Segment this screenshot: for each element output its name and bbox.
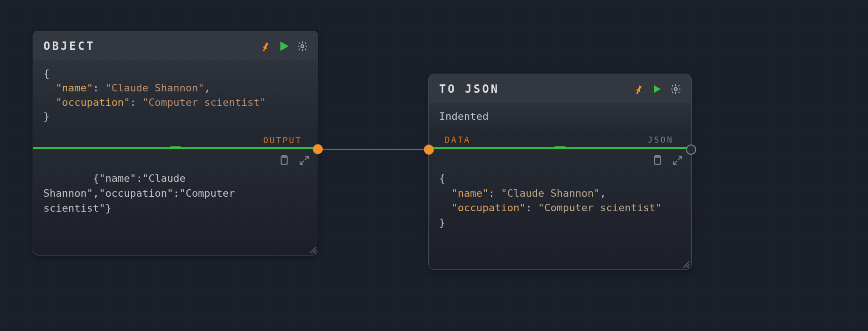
pin-icon[interactable] (632, 83, 644, 95)
svg-point-4 (674, 88, 677, 90)
expand-icon[interactable] (298, 154, 310, 166)
connection-wire (313, 142, 429, 157)
node-header[interactable]: TO JSON (429, 74, 691, 103)
output-port-label: OUTPUT (263, 135, 302, 145)
expand-icon[interactable] (672, 154, 684, 166)
ports-row: DATA JSON (429, 132, 691, 147)
output-port-label: JSON (648, 135, 673, 145)
node-output-panel: { "name": "Claude Shannon", "occupation"… (429, 149, 691, 269)
play-icon[interactable] (278, 40, 290, 52)
gear-icon[interactable] (296, 40, 308, 52)
resize-handle[interactable] (308, 245, 316, 254)
node-header-icons (632, 83, 682, 95)
input-port-label: DATA (445, 135, 470, 145)
clipboard-icon[interactable] (278, 154, 290, 166)
clipboard-icon[interactable] (651, 154, 663, 166)
node-object[interactable]: OBJECT { "name": "Claude Shannon", "occu… (33, 31, 318, 255)
node-body[interactable]: Indented (429, 103, 691, 132)
output-port[interactable] (313, 144, 323, 154)
output-text: {"name":"Claude Shannon","occupation":"C… (43, 172, 241, 214)
node-header[interactable]: OBJECT (33, 31, 318, 60)
node-output-panel: {"name":"Claude Shannon","occupation":"C… (33, 149, 318, 255)
play-icon[interactable] (651, 83, 663, 95)
node-header-icons (259, 40, 308, 52)
node-canvas[interactable]: OBJECT { "name": "Claude Shannon", "occu… (0, 0, 868, 331)
output-port[interactable] (686, 145, 696, 155)
output-port-row: OUTPUT (33, 132, 318, 147)
pin-icon[interactable] (259, 40, 271, 52)
node-title: OBJECT (43, 40, 259, 53)
svg-point-1 (301, 45, 304, 48)
body-text: Indented (439, 110, 489, 122)
node-title: TO JSON (439, 83, 632, 96)
resize-handle[interactable] (681, 260, 690, 268)
gear-icon[interactable] (670, 83, 682, 95)
node-tojson[interactable]: TO JSON Indented DATA J (428, 74, 692, 270)
node-body-code[interactable]: { "name": "Claude Shannon", "occupation"… (33, 60, 318, 132)
input-port[interactable] (424, 145, 434, 155)
